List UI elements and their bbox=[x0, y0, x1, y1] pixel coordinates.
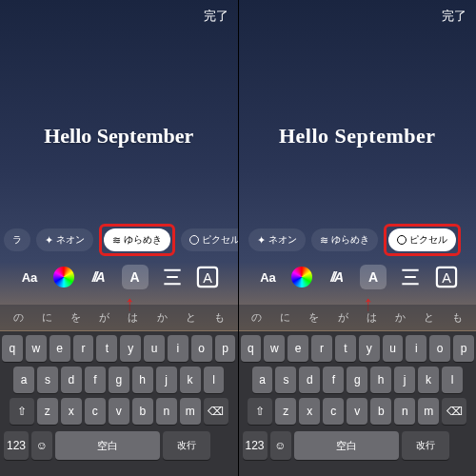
key-g[interactable]: g bbox=[109, 367, 129, 393]
effect-button[interactable]: A bbox=[360, 265, 387, 289]
key-n[interactable]: n bbox=[156, 398, 177, 425]
emoji-key[interactable]: ☺ bbox=[270, 431, 291, 460]
done-button[interactable]: 完了 bbox=[204, 8, 228, 25]
key-z[interactable]: z bbox=[275, 398, 296, 425]
key-u[interactable]: u bbox=[383, 335, 404, 362]
effect-partial[interactable]: ラ bbox=[4, 228, 30, 251]
suggestion[interactable]: も bbox=[452, 310, 463, 325]
key-r[interactable]: r bbox=[311, 335, 332, 362]
key-p[interactable]: p bbox=[215, 335, 236, 362]
key-m[interactable]: m bbox=[180, 398, 201, 425]
effect-yurameki[interactable]: ≋ゆらめき bbox=[311, 228, 378, 251]
key-g[interactable]: g bbox=[347, 367, 367, 393]
suggestion[interactable]: を bbox=[70, 310, 81, 325]
key-t[interactable]: t bbox=[96, 335, 117, 362]
key-c[interactable]: c bbox=[85, 398, 106, 425]
key-r[interactable]: r bbox=[73, 335, 94, 362]
color-button[interactable] bbox=[53, 267, 74, 288]
story-text[interactable]: Hello September bbox=[0, 124, 238, 149]
key-h[interactable]: h bbox=[132, 367, 153, 393]
effect-button[interactable]: A bbox=[122, 265, 149, 289]
space-key[interactable]: 空白 bbox=[55, 431, 160, 460]
suggestion[interactable]: に bbox=[42, 310, 52, 325]
num-key[interactable]: 123 bbox=[243, 431, 268, 460]
suggestion[interactable]: と bbox=[186, 310, 196, 325]
effects-carousel[interactable]: ✦ネオン ≋ゆらめき ピクセル bbox=[239, 224, 477, 256]
shift-key[interactable]: ⇧ bbox=[248, 398, 272, 425]
key-l[interactable]: l bbox=[204, 367, 225, 393]
suggestion[interactable]: の bbox=[251, 310, 262, 325]
key-b[interactable]: b bbox=[132, 398, 153, 425]
suggestion[interactable]: は bbox=[128, 310, 138, 325]
suggestion[interactable]: が bbox=[99, 310, 109, 325]
key-f[interactable]: f bbox=[323, 367, 344, 393]
key-h[interactable]: h bbox=[370, 367, 391, 393]
effect-neon[interactable]: ✦ネオン bbox=[248, 228, 306, 251]
suggestion[interactable]: は bbox=[367, 310, 377, 325]
align-button[interactable] bbox=[160, 265, 185, 289]
suggestion[interactable]: を bbox=[308, 310, 319, 325]
suggestion[interactable]: と bbox=[424, 310, 434, 325]
key-i[interactable]: i bbox=[406, 335, 426, 362]
key-j[interactable]: j bbox=[394, 367, 415, 393]
key-z[interactable]: z bbox=[37, 398, 58, 425]
font-button[interactable]: Aa bbox=[17, 265, 42, 289]
key-v[interactable]: v bbox=[109, 398, 129, 425]
style-button[interactable]: //A bbox=[324, 265, 348, 289]
suggestion[interactable]: の bbox=[13, 310, 24, 325]
key-y[interactable]: y bbox=[120, 335, 141, 362]
effects-carousel[interactable]: ラ ✦ネオン ≋ゆらめき ピクセル bbox=[0, 224, 238, 256]
key-o[interactable]: o bbox=[429, 335, 450, 362]
key-s[interactable]: s bbox=[37, 367, 58, 393]
key-k[interactable]: k bbox=[180, 367, 201, 393]
return-key[interactable]: 改行 bbox=[163, 431, 210, 460]
style-button[interactable]: //A bbox=[86, 265, 110, 289]
key-j[interactable]: j bbox=[156, 367, 177, 393]
key-x[interactable]: x bbox=[61, 398, 82, 425]
animation-button[interactable]: A bbox=[195, 265, 220, 289]
suggestion[interactable]: に bbox=[280, 310, 290, 325]
key-e[interactable]: e bbox=[50, 335, 70, 362]
key-o[interactable]: o bbox=[191, 335, 212, 362]
key-l[interactable]: l bbox=[442, 367, 463, 393]
key-m[interactable]: m bbox=[418, 398, 439, 425]
key-i[interactable]: i bbox=[168, 335, 188, 362]
space-key[interactable]: 空白 bbox=[294, 431, 399, 460]
key-f[interactable]: f bbox=[85, 367, 106, 393]
key-k[interactable]: k bbox=[418, 367, 439, 393]
key-y[interactable]: y bbox=[359, 335, 380, 362]
color-button[interactable] bbox=[291, 267, 312, 288]
key-x[interactable]: x bbox=[299, 398, 320, 425]
key-v[interactable]: v bbox=[347, 398, 367, 425]
key-w[interactable]: w bbox=[26, 335, 47, 362]
suggestion[interactable]: か bbox=[395, 310, 406, 325]
key-n[interactable]: n bbox=[394, 398, 415, 425]
key-d[interactable]: d bbox=[61, 367, 82, 393]
num-key[interactable]: 123 bbox=[4, 431, 29, 460]
effect-neon[interactable]: ✦ネオン bbox=[36, 228, 93, 251]
effect-pixel[interactable]: ピクセル bbox=[181, 228, 239, 251]
story-text[interactable]: Hello September bbox=[239, 124, 477, 149]
key-w[interactable]: w bbox=[264, 335, 285, 362]
font-button[interactable]: Aa bbox=[255, 265, 280, 289]
key-s[interactable]: s bbox=[275, 367, 296, 393]
effect-pixel[interactable]: ピクセル bbox=[388, 228, 456, 251]
key-u[interactable]: u bbox=[144, 335, 165, 362]
key-d[interactable]: d bbox=[299, 367, 320, 393]
emoji-key[interactable]: ☺ bbox=[31, 431, 52, 460]
key-a[interactable]: a bbox=[13, 367, 34, 393]
key-q[interactable]: q bbox=[2, 335, 23, 362]
key-a[interactable]: a bbox=[252, 367, 273, 393]
suggestion[interactable]: が bbox=[338, 310, 348, 325]
key-t[interactable]: t bbox=[335, 335, 356, 362]
effect-yurameki[interactable]: ≋ゆらめき bbox=[104, 228, 170, 251]
backspace-key[interactable]: ⌫ bbox=[204, 398, 228, 425]
suggestion[interactable]: も bbox=[214, 310, 225, 325]
suggestion[interactable]: か bbox=[157, 310, 168, 325]
key-q[interactable]: q bbox=[241, 335, 262, 362]
animation-button[interactable]: A bbox=[434, 265, 459, 289]
done-button[interactable]: 完了 bbox=[442, 8, 466, 25]
key-p[interactable]: p bbox=[453, 335, 474, 362]
align-button[interactable] bbox=[398, 265, 423, 289]
key-e[interactable]: e bbox=[288, 335, 308, 362]
